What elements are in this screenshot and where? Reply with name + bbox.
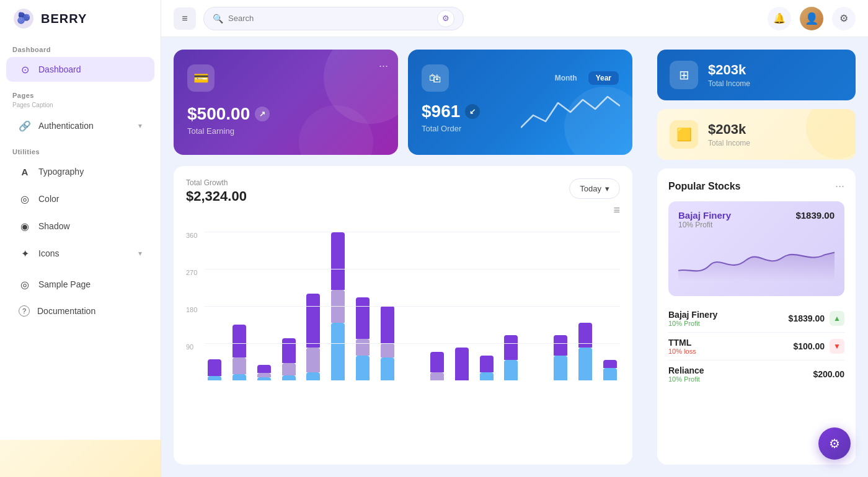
income-card-yellow: 🟨 $203k Total Income	[657, 109, 856, 160]
sidebar-section-utilities: Utilities	[0, 139, 161, 158]
bar-blue-4	[306, 372, 320, 380]
bar-lightpurple-4	[306, 348, 320, 372]
hamburger-button[interactable]: ≡	[174, 7, 196, 30]
order-arrow-icon: ↙	[465, 104, 480, 119]
bar-group-15	[575, 232, 595, 380]
earning-card-label: Total Earning	[187, 126, 384, 136]
bar-blue-6	[356, 356, 370, 380]
bar-purple-10	[455, 348, 469, 380]
growth-chart-card: Total Growth $2,324.00 Today ▾ ≡ 360 270…	[174, 166, 632, 465]
top-cards-row: 💳 ··· $500.00 ↗ Total Earning 🛍 Month Ye…	[174, 50, 632, 155]
typography-icon: A	[19, 165, 31, 178]
sidebar-item-dashboard[interactable]: ⊙ Dashboard	[6, 57, 154, 82]
income-label-blue: Total Income	[708, 79, 750, 88]
stock-badge-up-bajaj: ▲	[830, 311, 844, 326]
auth-icon: 🔗	[19, 120, 31, 132]
gear-icon: ⚙	[839, 12, 848, 24]
bar-group-3	[279, 232, 299, 380]
bar-lightpurple-3	[282, 363, 296, 375]
income-amount-blue: $203k	[708, 62, 750, 78]
income-icon-blue: ⊞	[670, 61, 698, 89]
search-icon: 🔍	[213, 14, 223, 24]
grid-icon: ⊞	[679, 68, 689, 82]
main-right-panel: ⊞ $203k Total Income 🟨 $203k Total Incom…	[645, 37, 868, 477]
bar-blue-2	[257, 377, 271, 380]
featured-stock-chart	[678, 235, 835, 287]
sidebar-section-dashboard: Dashboard	[0, 37, 161, 56]
toggle-month-button[interactable]: Month	[547, 71, 585, 85]
sidebar-item-color[interactable]: ◎ Color	[6, 186, 154, 211]
sidebar-item-authentication[interactable]: 🔗 Authentication ▾	[6, 113, 154, 138]
app-logo-text: BERRY	[41, 12, 87, 26]
featured-stock-name: Bajaj Finery	[678, 210, 731, 221]
bar-group-14	[551, 232, 570, 380]
sidebar-item-typography[interactable]: A Typography	[6, 159, 154, 184]
sidebar-item-label-documentation: Documentation	[37, 306, 95, 316]
sidebar-item-icons[interactable]: ✦ Icons ▾	[6, 241, 154, 266]
bar-group-12	[502, 232, 521, 380]
popular-stocks-card: Popular Stocks ··· Bajaj Finery 10% Prof…	[657, 168, 856, 465]
sidebar-item-documentation[interactable]: ? Documentation	[6, 299, 154, 323]
order-card-header: 🛍 Month Year	[422, 64, 619, 92]
bar-lightpurple-1	[232, 357, 246, 374]
bar-purple-14	[554, 335, 567, 356]
earning-arrow-icon: ↗	[255, 107, 270, 121]
income-card-blue: ⊞ $203k Total Income	[657, 50, 856, 100]
documentation-icon: ?	[19, 305, 30, 317]
chart-header: Total Growth $2,324.00 Today ▾ ≡	[186, 178, 620, 222]
bar-group-4	[304, 232, 324, 380]
bar-stack-11	[477, 356, 497, 380]
sidebar-item-label-dashboard: Dashboard	[38, 64, 81, 74]
stock-row-ttml: TTML 10% loss $100.00 ▼	[668, 333, 844, 361]
bar-purple-5	[331, 232, 345, 290]
y-label-90: 90	[186, 343, 200, 351]
income-label-yellow: Total Income	[708, 139, 750, 147]
search-bar: 🔍 ⚙	[203, 7, 464, 30]
sidebar-item-sample-page[interactable]: ◎ Sample Page	[6, 272, 154, 297]
bar-stack-6	[353, 297, 373, 380]
bar-stack-7	[378, 306, 397, 380]
chevron-down-icon-icons: ▾	[138, 249, 142, 258]
bar-group-5	[328, 232, 348, 380]
color-icon: ◎	[19, 193, 31, 205]
bar-stack-2	[254, 365, 274, 380]
notification-button[interactable]: 🔔	[768, 7, 791, 30]
y-label-270: 270	[186, 269, 200, 276]
today-button[interactable]: Today ▾	[569, 178, 620, 199]
bar-stack-16	[600, 360, 620, 380]
stocks-header: Popular Stocks ···	[668, 180, 844, 193]
sidebar-item-label-sample-page: Sample Page	[38, 279, 91, 289]
stock-price-group-ttml: $100.00 ▼	[793, 339, 844, 354]
chart-amount: $2,324.00	[186, 188, 247, 204]
stock-list: Bajaj Finery 10% Profit $1839.00 ▲ TTML …	[668, 305, 844, 388]
bar-group-7	[378, 232, 397, 380]
avatar[interactable]: 👤	[800, 7, 823, 30]
featured-stock-header: Bajaj Finery 10% Profit $1839.00	[678, 210, 835, 229]
fab-button[interactable]: ⚙	[818, 427, 851, 460]
sidebar: 🫐 BERRY Dashboard ⊙ Dashboard Pages Page…	[0, 0, 161, 477]
stock-name-bajaj: Bajaj Finery	[668, 310, 717, 320]
toggle-year-button[interactable]: Year	[588, 71, 619, 85]
sidebar-item-shadow[interactable]: ◉ Shadow	[6, 214, 154, 239]
today-label: Today	[580, 184, 601, 193]
bar-purple-1	[232, 325, 246, 357]
bar-blue-12	[504, 360, 518, 380]
main-content: 💳 ··· $500.00 ↗ Total Earning 🛍 Month Ye…	[161, 37, 868, 477]
bar-group-0	[205, 232, 224, 380]
bar-group-10	[452, 232, 472, 380]
bar-lightpurple-2	[257, 373, 271, 377]
store-icon: 🟨	[676, 127, 692, 142]
bar-blue-7	[381, 357, 394, 380]
stocks-menu-icon[interactable]: ···	[835, 180, 844, 193]
header-right: 🔔 👤 ⚙	[768, 7, 856, 30]
earning-card-menu[interactable]: ···	[379, 59, 388, 72]
sample-page-icon: ◎	[19, 278, 31, 291]
chevron-down-icon: ▾	[138, 121, 142, 130]
settings-button[interactable]: ⚙	[832, 7, 856, 30]
earning-card: 💳 ··· $500.00 ↗ Total Earning	[174, 50, 398, 155]
sidebar-item-label-typography: Typography	[38, 167, 84, 177]
bar-lightpurple-6	[356, 339, 370, 356]
filter-button[interactable]: ⚙	[437, 10, 454, 27]
search-input[interactable]	[228, 14, 432, 23]
chart-menu-icon[interactable]: ≡	[613, 204, 620, 217]
